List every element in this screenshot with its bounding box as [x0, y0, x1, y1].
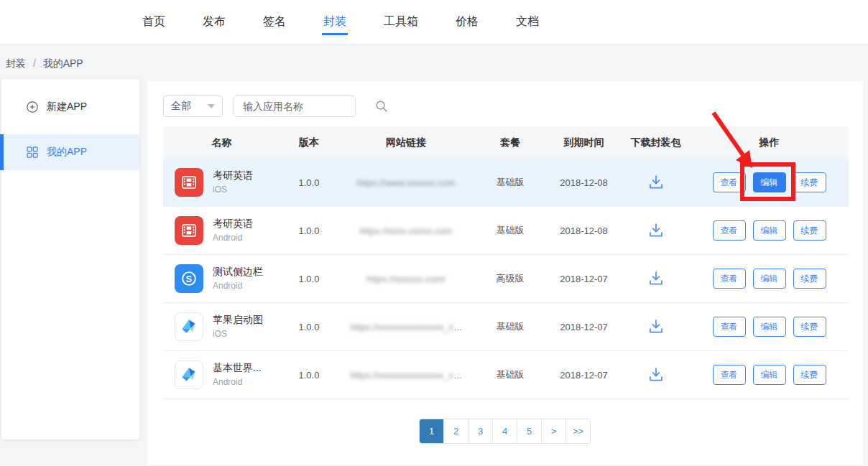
column-header: 名称 [163, 136, 280, 149]
sidebar: 新建APP 我的APP [1, 79, 139, 439]
edit-button[interactable]: 编辑 [753, 365, 786, 385]
column-header: 下载封装包 [622, 136, 690, 149]
plan-cell: 基础版 [474, 368, 546, 381]
download-icon[interactable] [647, 317, 665, 336]
last-page-button[interactable]: >> [566, 419, 590, 443]
download-cell [622, 317, 690, 336]
sidebar-item-new-app[interactable]: 新建APP [1, 89, 139, 125]
table-header-row: 名称版本网站链接套餐到期时间下载封装包操作 [163, 126, 849, 159]
app-name-block: 测试侧边栏Android [213, 266, 263, 292]
renew-button[interactable]: 续费 [793, 365, 826, 385]
page-1-button[interactable]: 1 [420, 419, 444, 443]
search-icon[interactable] [374, 99, 389, 113]
origami-bird-icon [175, 360, 203, 389]
url-cell: https://xxxxxx.com/ [338, 274, 474, 284]
app-name: 苹果启动图 [213, 314, 263, 327]
expiry-cell: 2018-12-07 [546, 322, 622, 332]
page-4-button[interactable]: 4 [493, 419, 517, 443]
nav-item-pricing[interactable]: 价格 [454, 9, 480, 35]
next-page-button[interactable]: > [542, 419, 566, 443]
column-header: 到期时间 [546, 136, 622, 149]
edit-button[interactable]: 编辑 [753, 317, 786, 337]
download-cell [622, 173, 690, 192]
nav-item-toolbox[interactable]: 工具箱 [382, 9, 420, 35]
actions-cell: 查看编辑续费 [690, 220, 849, 241]
pagination: 12345>>> [419, 419, 591, 444]
app-name-cell: 基本世界...Android [163, 360, 280, 389]
expiry-cell: 2018-12-07 [546, 274, 622, 284]
nav-item-package[interactable]: 封装 [322, 9, 348, 35]
actions-cell: 查看编辑续费 [690, 269, 849, 289]
sidebar-item-label: 我的APP [47, 146, 87, 159]
view-button[interactable]: 查看 [713, 317, 746, 337]
url-ellipsis: ... [454, 322, 462, 332]
nav-item-home[interactable]: 首页 [141, 9, 167, 35]
download-icon[interactable] [647, 269, 665, 288]
version-cell: 1.0.0 [280, 370, 338, 381]
expiry-cell: 2018-12-07 [546, 370, 622, 381]
breadcrumb-current: 我的APP [43, 57, 83, 69]
plan-cell: 高级版 [474, 272, 546, 285]
category-select[interactable]: 全部 [163, 95, 223, 117]
app-platform: iOS [213, 185, 253, 195]
page-2-button[interactable]: 2 [444, 419, 468, 443]
page-3-button[interactable]: 3 [468, 419, 493, 443]
renew-button[interactable]: 续费 [793, 269, 826, 289]
download-icon[interactable] [647, 173, 665, 192]
table-row: S测试侧边栏Android1.0.0https://xxxxxx.com/高级版… [163, 255, 849, 303]
download-cell [622, 221, 690, 240]
plus-circle-icon [26, 101, 39, 113]
download-cell [622, 269, 690, 288]
column-header: 套餐 [474, 136, 546, 149]
blurred-url: https://xxxxxxxxxxxxxx_x [350, 370, 453, 381]
table-row: 苹果启动图iOS1.0.0https://xxxxxxxxxxxxxx_x...… [163, 303, 849, 351]
expiry-cell: 2018-12-08 [546, 225, 622, 236]
url-cell: https://xxxxxxxxxxxxxx_x... [338, 370, 474, 381]
app-name: 考研英语 [213, 218, 253, 230]
renew-button[interactable]: 续费 [793, 172, 826, 192]
blurred-url: https://xxxx.xxxxx.com [359, 225, 452, 236]
edit-button[interactable]: 编辑 [753, 269, 786, 289]
main-panel: 全部 名称版本网站链接套餐到期时间下载封装包操作 考研英语iOS1.0.0htt… [147, 81, 863, 465]
app-name-cell: S测试侧边栏Android [163, 264, 280, 293]
download-cell [622, 365, 690, 384]
download-icon[interactable] [647, 221, 665, 240]
breadcrumb-separator: / [33, 57, 36, 69]
renew-button[interactable]: 续费 [793, 220, 826, 241]
edit-button[interactable]: 编辑 [753, 172, 786, 192]
view-button[interactable]: 查看 [713, 269, 746, 289]
version-cell: 1.0.0 [280, 177, 338, 188]
app-name-block: 苹果启动图iOS [213, 314, 263, 340]
breadcrumb-section[interactable]: 封装 [6, 57, 26, 69]
view-button[interactable]: 查看 [713, 172, 746, 192]
blurred-url: https://xxxxxxxxxxxxxx_x [350, 322, 453, 332]
edit-button[interactable]: 编辑 [753, 220, 786, 241]
view-button[interactable]: 查看 [713, 365, 746, 385]
actions-cell: 查看编辑续费 [690, 172, 849, 192]
url-cell: https://xxxxxxxxxxxxxx_x... [338, 322, 474, 332]
app-name-block: 考研英语Android [213, 218, 253, 243]
table-row: 基本世界...Android1.0.0https://xxxxxxxxxxxxx… [163, 351, 849, 399]
version-cell: 1.0.0 [280, 274, 338, 284]
sidebar-item-label: 新建APP [47, 101, 87, 113]
nav-item-docs[interactable]: 文档 [514, 9, 540, 35]
app-platform: Android [213, 377, 262, 388]
actions-cell: 查看编辑续费 [690, 365, 849, 385]
app-name-cell: 苹果启动图iOS [163, 312, 280, 341]
svg-text:S: S [186, 274, 192, 284]
app-name-block: 考研英语iOS [213, 169, 253, 195]
nav-item-sign[interactable]: 签名 [262, 9, 287, 35]
version-cell: 1.0.0 [280, 322, 338, 332]
page-5-button[interactable]: 5 [517, 419, 542, 443]
search-input[interactable] [241, 96, 374, 116]
url-cell: https://xxxx.xxxxx.com [338, 225, 474, 236]
film-icon [175, 168, 203, 197]
top-navigation: 首页发布签名封装工具箱价格文档 [0, 0, 868, 45]
view-button[interactable]: 查看 [713, 220, 746, 241]
download-icon[interactable] [647, 365, 665, 384]
blurred-url: https://www.xxxxxx.com [356, 177, 455, 188]
renew-button[interactable]: 续费 [793, 317, 826, 337]
sidebar-item-my-app[interactable]: 我的APP [1, 134, 139, 170]
nav-item-publish[interactable]: 发布 [201, 9, 227, 35]
app-platform: iOS [213, 329, 263, 340]
